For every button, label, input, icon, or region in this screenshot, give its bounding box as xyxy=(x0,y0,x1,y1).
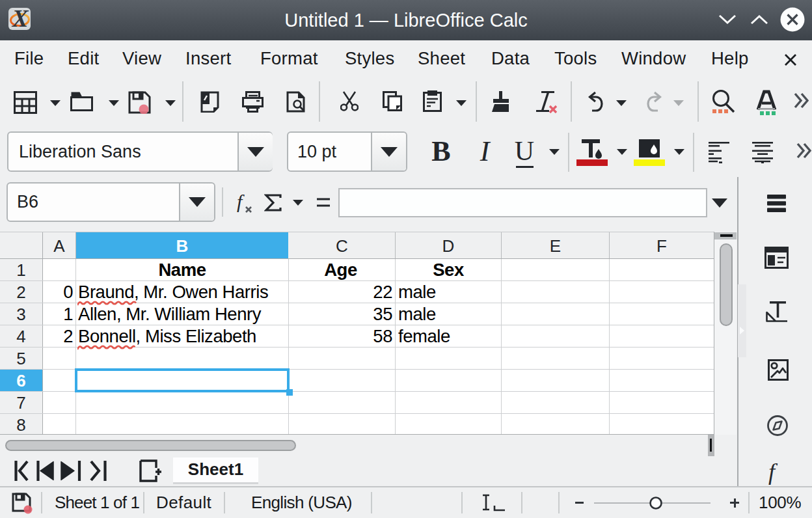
svg-text:f: f xyxy=(237,193,245,212)
